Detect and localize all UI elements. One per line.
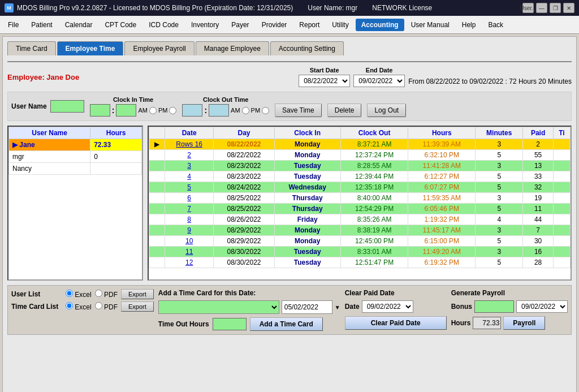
table-row[interactable]: 12 08/30/2022 Tuesday 12:51:47 PM 6:19:3… [149, 257, 571, 268]
table-row[interactable]: mgr 0 [9, 151, 142, 163]
row-hours: 4 [476, 214, 523, 225]
restore-button[interactable]: ❐ [550, 3, 561, 13]
table-row[interactable]: ▶ Rows 16 08/22/2022 Monday 8:37:21 AM 1… [149, 139, 571, 150]
timecard-list-export-button[interactable]: Export [121, 301, 154, 312]
clock-out-hour[interactable] [182, 104, 202, 117]
clock-in-am-radio[interactable] [149, 107, 157, 114]
colon-2: : [204, 106, 207, 115]
row-num[interactable]: Rows 16 [165, 139, 213, 150]
menu-help[interactable]: Help [456, 19, 482, 31]
table-row[interactable]: 2 08/22/2022 Monday 12:37:24 PM 6:32:10 … [149, 150, 571, 161]
pdf-radio[interactable] [95, 290, 102, 297]
gen-row2: Hours Payroll [451, 316, 568, 330]
table-row[interactable]: ▶ Jane 72.33 [9, 139, 142, 151]
row-num[interactable]: 12 [165, 257, 213, 268]
start-date-select[interactable]: 08/22/2022 [299, 75, 350, 87]
payroll-button[interactable]: Payroll [503, 316, 545, 330]
table-row[interactable]: 9 08/29/2022 Monday 8:38:19 AM 11:45:17 … [149, 225, 571, 236]
table-row[interactable]: 5 08/24/2022 Wednesday 12:35:18 PM 6:07:… [149, 182, 571, 193]
excel-radio[interactable] [66, 290, 73, 297]
bonus-input[interactable] [474, 300, 514, 313]
user-name-mgr: mgr [9, 151, 90, 163]
clock-in-minute[interactable] [116, 104, 136, 117]
menu-utility[interactable]: Utility [326, 19, 354, 31]
logout-button[interactable]: Log Out [367, 104, 406, 117]
row-clockin: 12:37:24 PM [340, 150, 408, 161]
row-num[interactable]: 10 [165, 236, 213, 247]
th-clock-in: Clock In [274, 127, 340, 139]
menu-calendar[interactable]: Calendar [59, 19, 98, 31]
menu-patient[interactable]: Patient [25, 19, 58, 31]
table-row[interactable]: 6 08/25/2022 Thursday 8:40:00 AM 11:59:3… [149, 193, 571, 204]
clock-out-pm-label: PM [251, 107, 261, 114]
clock-out-pm-radio[interactable] [262, 107, 269, 114]
table-row[interactable]: 11 08/30/2022 Tuesday 8:33:01 AM 11:49:2… [149, 247, 571, 257]
row-arrow [149, 236, 165, 247]
menu-file[interactable]: File [2, 19, 24, 31]
payroll-date-select[interactable]: 09/02/2022 [516, 300, 568, 313]
tab-bar: Time Card Employee Time Employee Payroll… [7, 41, 572, 55]
close-button[interactable]: ✕ [563, 3, 574, 13]
row-arrow: ▶ [149, 139, 165, 150]
row-num[interactable]: 2 [165, 150, 213, 161]
user-button[interactable]: User... [522, 3, 534, 13]
table-row[interactable]: 4 08/23/2022 Tuesday 12:39:44 PM 6:12:27… [149, 171, 571, 182]
row-date: 08/29/2022 [214, 236, 274, 247]
generate-payroll-label: Generate Payroll [451, 289, 568, 297]
clock-out-am-radio[interactable] [242, 107, 249, 114]
menu-back[interactable]: Back [482, 19, 509, 31]
clock-in-pm-radio[interactable] [169, 107, 176, 114]
minimize-button[interactable]: — [536, 3, 547, 13]
table-row[interactable]: Nancy [9, 163, 142, 175]
add-timecard-date-input[interactable] [282, 300, 332, 314]
table-row[interactable]: 10 08/29/2022 Monday 12:45:00 PM 6:15:00… [149, 236, 571, 247]
excel-radio2[interactable] [66, 302, 73, 309]
row-num[interactable]: 9 [165, 225, 213, 236]
row-hours: 3 [476, 225, 523, 236]
row-num[interactable]: 7 [165, 204, 213, 214]
excel-label2: Excel [66, 302, 92, 311]
add-timecard-select[interactable] [158, 300, 279, 314]
row-clockout: 11:49:20 AM [408, 247, 476, 257]
menu-report[interactable]: Report [293, 19, 325, 31]
menu-icd-code[interactable]: ICD Code [143, 19, 184, 31]
menu-inventory[interactable]: Inventory [185, 19, 224, 31]
menu-payer[interactable]: Payer [226, 19, 254, 31]
user-table-header-hours: Hours [90, 127, 142, 139]
row-minutes: 28 [523, 257, 553, 268]
row-num[interactable]: 5 [165, 182, 213, 193]
menu-cpt-code[interactable]: CPT Code [99, 19, 142, 31]
row-num[interactable]: 4 [165, 171, 213, 182]
clear-paid-button[interactable]: Clear Paid Date [345, 316, 447, 330]
clock-out-minute[interactable] [209, 104, 229, 117]
username-input[interactable] [50, 100, 84, 113]
table-row[interactable]: 3 08/23/2022 Tuesday 8:28:55 AM 11:41:28… [149, 161, 571, 171]
end-date-select[interactable]: 09/02/2022 [353, 75, 405, 87]
menu-accounting[interactable]: Accounting [356, 19, 404, 31]
row-num[interactable]: 11 [165, 247, 213, 257]
tab-accounting-setting[interactable]: Accounting Setting [270, 41, 344, 55]
time-table-scroll[interactable]: Date Day Clock In Clock Out Hours Minute… [149, 127, 571, 279]
delete-button[interactable]: Delete [327, 104, 362, 117]
menu-provider[interactable]: Provider [256, 19, 293, 31]
row-num[interactable]: 6 [165, 193, 213, 204]
save-time-button[interactable]: Save Time [275, 104, 322, 117]
clear-paid-date-select[interactable]: 09/02/2022 [362, 300, 413, 313]
tab-manage-employee[interactable]: Manage Employee [196, 41, 269, 55]
add-timecard-button[interactable]: Add a Time Card [250, 317, 323, 331]
table-row[interactable]: 8 08/26/2022 Friday 8:35:26 AM 1:19:32 P… [149, 214, 571, 225]
user-list-export-button[interactable]: Export [121, 289, 154, 299]
row-num[interactable]: 8 [165, 214, 213, 225]
clock-in-hour[interactable] [90, 104, 110, 117]
timeout-hours-input[interactable] [213, 318, 247, 330]
tab-time-card[interactable]: Time Card [7, 41, 56, 55]
row-num[interactable]: 3 [165, 161, 213, 171]
menu-user-manual[interactable]: User Manual [405, 19, 455, 31]
pdf-radio2[interactable] [95, 302, 102, 309]
tab-employee-payroll[interactable]: Employee Payroll [124, 41, 194, 55]
timecard-list-label: Time Card List [11, 303, 62, 311]
hours-value-input [473, 317, 501, 329]
user-panel: User Name Hours ▶ Jane 72.33 mgr 0 [7, 126, 143, 281]
table-row[interactable]: 7 08/25/2022 Thursday 12:54:29 PM 6:05:4… [149, 204, 571, 214]
tab-employee-time[interactable]: Employee Time [57, 41, 124, 55]
